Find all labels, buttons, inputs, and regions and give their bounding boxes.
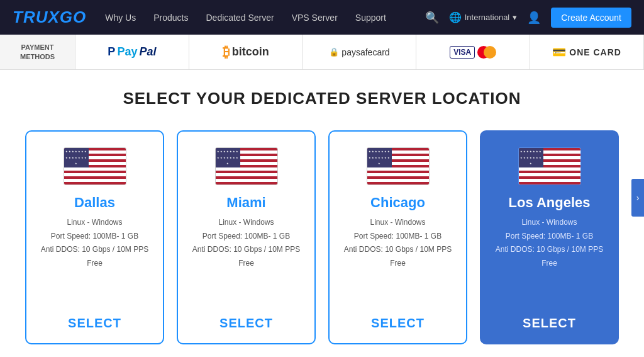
info-chicago: Linux - Windows Port Speed: 100MB- 1 GB … xyxy=(342,216,453,309)
paypal-payment[interactable]: PPayPal xyxy=(75,35,189,69)
create-account-button[interactable]: Create Account xyxy=(551,8,631,28)
info-los-angeles: Linux - Windows Port Speed: 100MB- 1 GB … xyxy=(494,216,605,309)
bitcoin-logo: ₿ bitcoin xyxy=(223,44,269,60)
info-dallas: Linux - Windows Port Speed: 100MB- 1 GB … xyxy=(39,216,150,309)
nav-products[interactable]: Products xyxy=(153,13,188,23)
search-icon[interactable]: 🔍 xyxy=(425,11,439,25)
paypal-logo: PPayPal xyxy=(108,45,156,59)
nav-dedicated-server[interactable]: Dedicated Server xyxy=(206,13,274,23)
nav-links: Why Us Products Dedicated Server VPS Ser… xyxy=(105,13,425,23)
onecard-payment[interactable]: 💳 ONE CARD xyxy=(530,35,644,69)
logo[interactable]: TRUXGO xyxy=(13,8,86,27)
section-title: SELECT YOUR DEDICATED SERVER LOCATION xyxy=(25,89,619,108)
main-content: SELECT YOUR DEDICATED SERVER LOCATION xyxy=(0,70,644,357)
globe-icon: 🌐 xyxy=(449,11,462,23)
select-dallas-button[interactable]: SELECT xyxy=(68,316,121,331)
select-chicago-button[interactable]: SELECT xyxy=(371,316,425,331)
international-selector[interactable]: 🌐 International ▾ xyxy=(449,11,518,23)
flag-miami: ★★★★★ ★★★★★ ★★★★★ xyxy=(215,147,278,185)
city-miami: Miami xyxy=(226,195,265,211)
payment-methods-label: PAYMENTMETHODS xyxy=(0,35,75,69)
select-miami-button[interactable]: SELECT xyxy=(219,316,273,331)
city-chicago: Chicago xyxy=(370,195,425,211)
server-card-los-angeles: ★★★★★ ★★★★★ ★★★★★ Los Angeles Linux - Wi… xyxy=(480,130,619,344)
flag-dallas: ★★★★★ ★★★★★ ★★★★★ xyxy=(64,147,126,185)
bitcoin-payment[interactable]: ₿ bitcoin xyxy=(189,35,303,69)
visa-mc-payment[interactable]: VISA xyxy=(416,35,530,69)
nav-support[interactable]: Support xyxy=(355,13,386,23)
international-label: International xyxy=(465,13,510,22)
select-los-angeles-button[interactable]: SELECT xyxy=(523,316,576,331)
nav-vps-server[interactable]: VPS Server xyxy=(292,13,338,23)
flag-chicago: ★★★★★ ★★★★★ ★★★★★ xyxy=(367,147,430,185)
flag-los-angeles: ★★★★★ ★★★★★ ★★★★★ xyxy=(518,147,581,185)
paysafecard-logo: 🔒 paysafecard xyxy=(329,47,389,57)
nav-why-us[interactable]: Why Us xyxy=(105,13,136,23)
user-icon[interactable]: 👤 xyxy=(527,11,541,25)
server-cards-container: ★★★★★ ★★★★★ ★★★★★ Dallas Linux - Windows… xyxy=(25,130,619,344)
city-dallas: Dallas xyxy=(74,195,115,211)
onecard-logo: 💳 ONE CARD xyxy=(552,45,621,59)
scroll-right-arrow[interactable]: › xyxy=(631,179,644,217)
navbar: TRUXGO Why Us Products Dedicated Server … xyxy=(0,0,644,35)
server-card-miami: ★★★★★ ★★★★★ ★★★★★ Miami Linux - Windows … xyxy=(177,130,316,344)
payment-methods-bar: PAYMENTMETHODS PPayPal ₿ bitcoin 🔒 paysa… xyxy=(0,35,644,70)
info-miami: Linux - Windows Port Speed: 100MB- 1 GB … xyxy=(191,216,302,309)
chevron-down-icon: ▾ xyxy=(513,13,517,22)
city-los-angeles: Los Angeles xyxy=(509,195,591,211)
paysafecard-payment[interactable]: 🔒 paysafecard xyxy=(303,35,417,69)
server-card-dallas: ★★★★★ ★★★★★ ★★★★★ Dallas Linux - Windows… xyxy=(25,130,164,344)
nav-right: 🔍 🌐 International ▾ 👤 Create Account xyxy=(425,8,631,28)
server-card-chicago: ★★★★★ ★★★★★ ★★★★★ Chicago Linux - Window… xyxy=(328,130,467,344)
visa-mc-logo: VISA xyxy=(450,46,496,59)
